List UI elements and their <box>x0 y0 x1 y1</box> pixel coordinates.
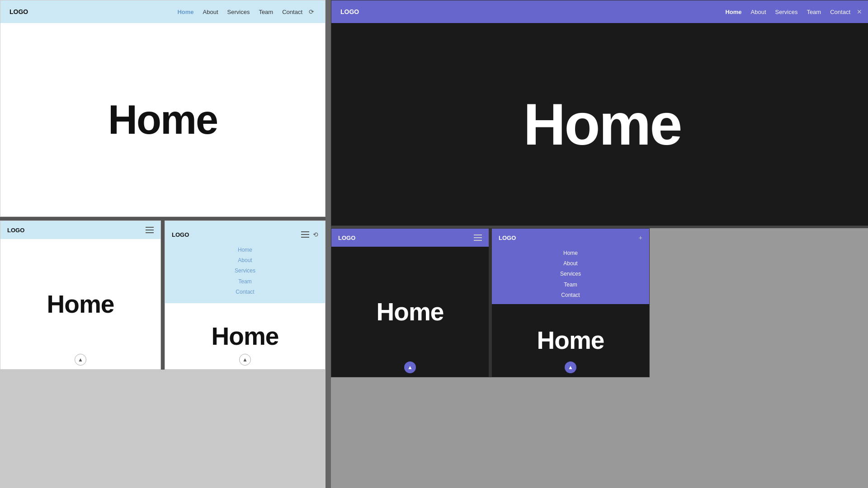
nav-about-large-dark[interactable]: About <box>751 9 766 15</box>
hamburger-line-2 <box>146 230 154 230</box>
dropdown-about-light[interactable]: About <box>238 256 252 265</box>
hero-title-mobile-light-open: Home <box>212 322 279 351</box>
dropdown-about-dark[interactable]: About <box>563 259 577 268</box>
dropdown-services-light[interactable]: Services <box>235 267 255 275</box>
hero-section-mobile-light-closed: Home <box>0 239 160 369</box>
close-icon-dark[interactable]: ✕ <box>855 7 864 16</box>
nav-open-header-dark: LOGO + <box>492 229 649 247</box>
nav-links-large-light: Home About Services Team Contact <box>177 9 302 15</box>
hamburger-line-d3 <box>474 240 482 241</box>
divider-horizontal-left <box>0 217 326 221</box>
logo-mobile-dark-closed: LOGO <box>338 235 355 241</box>
logo-mobile-light-closed: LOGO <box>7 227 24 234</box>
hamburger-icon-light-closed[interactable] <box>146 227 154 233</box>
hero-section-large-light: Home <box>0 23 325 216</box>
gap-spacer-right <box>650 228 868 377</box>
divider-vertical-bottom-left <box>161 221 165 370</box>
scroll-up-btn-mobile-light-closed[interactable]: ▲ <box>75 354 86 366</box>
preview-mobile-dark-open: LOGO + Home About Services Team Contact … <box>491 228 650 377</box>
refresh-icon[interactable]: ⟳ <box>307 7 316 16</box>
dropdown-home-light[interactable]: Home <box>238 246 252 254</box>
logo-large-dark: LOGO <box>340 8 359 15</box>
nav-home-large-dark[interactable]: Home <box>725 9 741 15</box>
logo-mobile-light-open: LOGO <box>172 231 189 238</box>
divider-main-vertical <box>326 0 331 488</box>
hero-title-mobile-light-closed: Home <box>47 290 114 319</box>
hero-title-large-light: Home <box>108 97 217 143</box>
nav-services-large-light[interactable]: Services <box>227 9 250 15</box>
preview-mobile-dark-closed: LOGO Home ▲ <box>331 228 489 377</box>
nav-team-large-light[interactable]: Team <box>259 9 273 15</box>
dropdown-menu-dark: Home About Services Team Contact <box>492 247 649 304</box>
navbar-large-dark: LOGO Home About Services Team Contact ✕ <box>331 0 868 23</box>
hamburger-line-d2 <box>474 237 482 238</box>
dropdown-menu-light: Home About Services Team Contact <box>165 244 325 299</box>
dropdown-team-dark[interactable]: Team <box>564 281 577 289</box>
navbar-large-light: LOGO Home About Services Team Contact ⟳ <box>0 0 325 23</box>
preview-large-dark: LOGO Home About Services Team Contact ✕ … <box>331 0 868 226</box>
nav-services-large-dark[interactable]: Services <box>775 9 798 15</box>
dropdown-home-dark[interactable]: Home <box>563 249 578 258</box>
nav-contact-large-dark[interactable]: Contact <box>830 9 850 15</box>
hero-title-mobile-dark-open: Home <box>537 326 604 355</box>
navbar-mobile-dark-open: LOGO + Home About Services Team Contact <box>492 229 649 304</box>
hero-title-large-dark: Home <box>523 90 681 158</box>
logo-large-light: LOGO <box>9 8 28 15</box>
hamburger-line-d1 <box>474 235 482 235</box>
nav-team-large-dark[interactable]: Team <box>807 9 821 15</box>
nav-home-large-light[interactable]: Home <box>177 9 193 15</box>
scroll-up-btn-mobile-light-open[interactable]: ▲ <box>239 354 251 366</box>
hamburger-line-3 <box>146 232 154 233</box>
navbar-mobile-light-closed: LOGO <box>0 221 160 239</box>
navbar-mobile-dark-closed: LOGO <box>331 229 489 247</box>
right-half: LOGO Home About Services Team Contact ✕ … <box>331 0 868 488</box>
bottom-row-right: LOGO Home ▲ LOGO + Home <box>331 228 868 377</box>
dropdown-services-dark[interactable]: Services <box>560 270 581 278</box>
close-icon-dark-mobile[interactable]: + <box>639 234 642 241</box>
nav-about-large-light[interactable]: About <box>203 9 218 15</box>
nav-links-large-dark: Home About Services Team Contact <box>725 9 850 15</box>
dropdown-contact-dark[interactable]: Contact <box>561 291 580 300</box>
hamburger-icon-dark-closed[interactable] <box>474 235 482 241</box>
hamburger-line-1-open <box>301 231 309 232</box>
left-half: LOGO Home About Services Team Contact ⟳ … <box>0 0 326 488</box>
hamburger-line-2-open <box>301 234 309 235</box>
logo-mobile-dark-open: LOGO <box>499 235 516 241</box>
dropdown-team-light[interactable]: Team <box>238 277 251 286</box>
scroll-up-btn-mobile-dark-closed[interactable]: ▲ <box>404 361 416 373</box>
hero-title-mobile-dark-closed: Home <box>377 297 444 326</box>
close-icon-light[interactable]: ⟲ <box>313 231 318 238</box>
hero-section-large-dark: Home <box>331 23 868 225</box>
preview-mobile-light-closed: LOGO Home ▲ <box>0 221 161 370</box>
nav-contact-large-light[interactable]: Contact <box>282 9 302 15</box>
hamburger-icon-light-open[interactable] <box>301 231 309 238</box>
nav-open-header-light: LOGO ⟲ <box>165 225 325 244</box>
bottom-row-left: LOGO Home ▲ LOGO <box>0 221 326 370</box>
hero-section-mobile-dark-closed: Home <box>331 247 489 377</box>
scroll-up-btn-mobile-dark-open[interactable]: ▲ <box>565 361 576 373</box>
hamburger-line-1 <box>146 227 154 228</box>
preview-mobile-light-open: LOGO ⟲ Home About Services Team Contact <box>165 221 326 370</box>
dropdown-contact-light[interactable]: Contact <box>236 288 254 296</box>
navbar-mobile-light-open: LOGO ⟲ Home About Services Team Contact <box>165 221 325 303</box>
preview-large-light: LOGO Home About Services Team Contact ⟳ … <box>0 0 326 217</box>
hamburger-line-3-open <box>301 237 309 238</box>
